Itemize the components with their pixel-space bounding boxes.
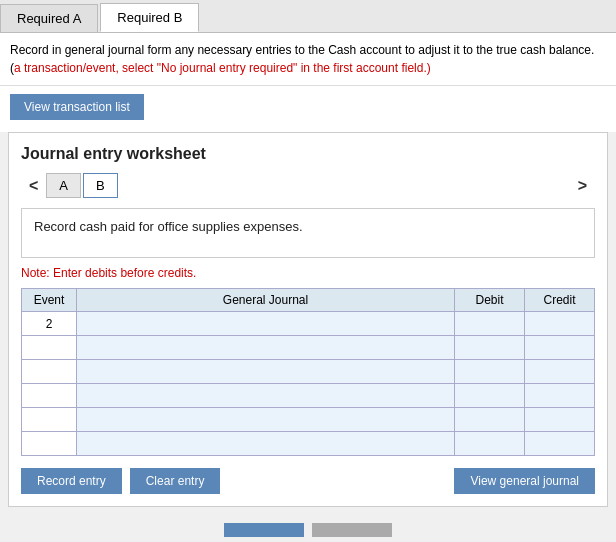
view-transaction-button[interactable]: View transaction list <box>10 94 144 120</box>
debit-input[interactable] <box>459 317 520 331</box>
credit-cell[interactable] <box>525 432 595 456</box>
nav-arrow-right[interactable]: > <box>570 177 595 195</box>
nav-arrow-left[interactable]: < <box>21 177 46 195</box>
top-tabs: Required A Required B <box>0 0 616 33</box>
event-cell <box>22 408 77 432</box>
tab-required-b[interactable]: Required B <box>100 3 199 32</box>
credit-input[interactable] <box>529 365 590 379</box>
clear-entry-button[interactable]: Clear entry <box>130 468 221 494</box>
credit-input[interactable] <box>529 389 590 403</box>
debit-cell[interactable] <box>455 408 525 432</box>
general-journal-cell[interactable] <box>77 336 455 360</box>
debit-input[interactable] <box>459 365 520 379</box>
credit-input[interactable] <box>529 413 590 427</box>
description-box: Record cash paid for office supplies exp… <box>21 208 595 258</box>
credit-cell[interactable] <box>525 360 595 384</box>
general-journal-input[interactable] <box>81 341 450 355</box>
debit-cell[interactable] <box>455 336 525 360</box>
general-journal-input[interactable] <box>81 365 450 379</box>
col-header-event: Event <box>22 289 77 312</box>
next-nav-button[interactable] <box>312 523 392 537</box>
debit-input[interactable] <box>459 437 520 451</box>
debit-input[interactable] <box>459 389 520 403</box>
record-entry-button[interactable]: Record entry <box>21 468 122 494</box>
col-header-general: General Journal <box>77 289 455 312</box>
instruction-highlight: a transaction/event, select "No journal … <box>14 61 431 75</box>
debit-input[interactable] <box>459 413 520 427</box>
general-journal-cell[interactable] <box>77 432 455 456</box>
debit-input[interactable] <box>459 341 520 355</box>
general-journal-input[interactable] <box>81 317 450 331</box>
event-cell <box>22 360 77 384</box>
journal-table: Event General Journal Debit Credit 2 <box>21 288 595 456</box>
credit-cell[interactable] <box>525 408 595 432</box>
credit-input[interactable] <box>529 317 590 331</box>
table-row: 2 <box>22 312 595 336</box>
credit-input[interactable] <box>529 341 590 355</box>
worksheet-nav: < A B > <box>21 173 595 198</box>
credit-input[interactable] <box>529 437 590 451</box>
worksheet-container: Journal entry worksheet < A B > Record c… <box>8 132 608 507</box>
event-cell <box>22 432 77 456</box>
table-row <box>22 336 595 360</box>
tab-required-a[interactable]: Required A <box>0 4 98 32</box>
col-header-debit: Debit <box>455 289 525 312</box>
general-journal-cell[interactable] <box>77 408 455 432</box>
general-journal-cell[interactable] <box>77 384 455 408</box>
bottom-buttons: Record entry Clear entry View general jo… <box>21 468 595 494</box>
bottom-bar <box>0 515 616 542</box>
general-journal-input[interactable] <box>81 389 450 403</box>
note-text: Note: Enter debits before credits. <box>21 266 595 280</box>
credit-cell[interactable] <box>525 336 595 360</box>
col-header-credit: Credit <box>525 289 595 312</box>
credit-cell[interactable] <box>525 312 595 336</box>
debit-cell[interactable] <box>455 312 525 336</box>
view-general-journal-button[interactable]: View general journal <box>454 468 595 494</box>
event-cell <box>22 336 77 360</box>
event-cell <box>22 384 77 408</box>
general-journal-cell[interactable] <box>77 360 455 384</box>
debit-cell[interactable] <box>455 360 525 384</box>
table-row <box>22 360 595 384</box>
general-journal-input[interactable] <box>81 413 450 427</box>
worksheet-tab-a[interactable]: A <box>46 173 81 198</box>
table-row <box>22 432 595 456</box>
worksheet-title: Journal entry worksheet <box>21 145 595 163</box>
prev-nav-button[interactable] <box>224 523 304 537</box>
general-journal-cell[interactable] <box>77 312 455 336</box>
event-cell: 2 <box>22 312 77 336</box>
general-journal-input[interactable] <box>81 437 450 451</box>
credit-cell[interactable] <box>525 384 595 408</box>
worksheet-tab-b[interactable]: B <box>83 173 118 198</box>
debit-cell[interactable] <box>455 432 525 456</box>
instruction-area: Record in general journal form any neces… <box>0 33 616 86</box>
table-row <box>22 408 595 432</box>
table-row <box>22 384 595 408</box>
description-text: Record cash paid for office supplies exp… <box>34 219 303 234</box>
debit-cell[interactable] <box>455 384 525 408</box>
